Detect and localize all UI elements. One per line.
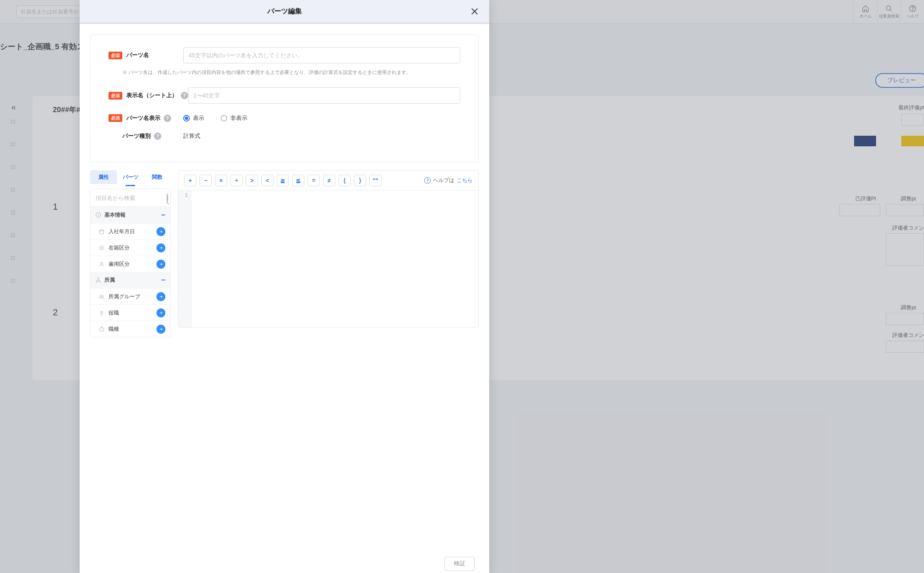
list-item: 雇用区分 — [91, 256, 170, 272]
radio-hide-label: 非表示 — [230, 115, 247, 122]
help-prefix: ヘルプは — [433, 177, 454, 184]
tab-func[interactable]: 関数 — [144, 170, 171, 184]
org-icon — [95, 277, 101, 283]
insert-button[interactable] — [156, 243, 165, 252]
jobtype-icon — [99, 326, 104, 332]
radio-show[interactable]: 表示 — [183, 115, 204, 122]
op-rparen[interactable]: ) — [354, 175, 366, 186]
status-icon — [99, 245, 104, 251]
svg-point-8 — [98, 278, 99, 279]
verify-button[interactable]: 検証 — [445, 557, 475, 571]
editor-toolbar: + − × ÷ > < ≧ ≦ = ≠ ( ) "" — [178, 171, 478, 191]
line-gutter: 1 — [178, 191, 191, 328]
side-tabs: 属性 パーツ 関数 — [90, 170, 171, 184]
svg-point-7 — [101, 262, 103, 264]
item-label: 所属グループ — [108, 293, 140, 300]
group-basic-label: 基本情報 — [104, 211, 126, 219]
item-label: 雇用区分 — [108, 260, 130, 268]
svg-point-12 — [102, 295, 103, 297]
radio-icon — [221, 115, 227, 122]
op-mult[interactable]: × — [215, 175, 227, 186]
op-quote[interactable]: "" — [369, 175, 382, 186]
kind-value: 計算式 — [183, 132, 200, 140]
form-card: 必須 パーツ名 ※ パーツ名は、作成したパーツ内の項目内容を他の場所で参照する上… — [90, 35, 479, 162]
tab-attr[interactable]: 属性 — [90, 170, 117, 184]
arrow-right-icon — [159, 327, 163, 331]
radio-icon — [183, 115, 190, 122]
arrow-right-icon — [159, 262, 163, 266]
insert-button[interactable] — [156, 227, 165, 236]
op-plus[interactable]: + — [184, 175, 196, 186]
input-part-name[interactable] — [183, 47, 460, 63]
list-item: 所属グループ — [91, 288, 170, 304]
group-icon — [99, 294, 104, 300]
op-gt[interactable]: > — [246, 175, 258, 186]
help-icon[interactable]: ? — [154, 132, 161, 140]
op-gte[interactable]: ≧ — [277, 175, 289, 186]
svg-point-5 — [100, 245, 104, 250]
group-header-basic[interactable]: 基本情報 − — [91, 207, 170, 223]
insert-button[interactable] — [156, 292, 165, 301]
group-org-label: 所属 — [104, 276, 115, 284]
insert-button[interactable] — [156, 260, 165, 269]
help-icon[interactable]: ? — [181, 92, 188, 99]
row-kind: パーツ種別 ? 計算式 — [108, 132, 460, 140]
label-show-name-text: パーツ名表示 — [126, 115, 161, 122]
label-display-name-text: 表示名（シート上） — [126, 92, 178, 99]
op-neq[interactable]: ≠ — [323, 175, 335, 186]
arrow-right-icon — [159, 246, 163, 250]
help-link: ? ヘルプはこちら — [424, 177, 473, 184]
group-header-org[interactable]: 所属 − — [91, 272, 170, 288]
tab-parts[interactable]: パーツ — [117, 170, 144, 184]
label-part-name: パーツ名 — [126, 52, 183, 59]
modal-body: 必須 パーツ名 ※ パーツ名は、作成したパーツ内の項目内容を他の場所で参照する上… — [80, 24, 489, 573]
collapse-icon[interactable]: − — [161, 211, 165, 219]
list-item: 役職 — [91, 304, 170, 321]
close-icon[interactable] — [470, 7, 479, 16]
svg-rect-4 — [100, 230, 104, 233]
person-icon — [99, 261, 104, 267]
position-icon — [99, 310, 104, 316]
op-eq[interactable]: = — [308, 175, 320, 186]
search-icon[interactable] — [167, 193, 168, 202]
help-icon: ? — [424, 177, 431, 184]
radio-hide[interactable]: 非表示 — [221, 115, 247, 122]
formula-editor: + − × ÷ > < ≧ ≦ = ≠ ( ) "" — [178, 170, 479, 328]
row-display-name: 必須 表示名（シート上） ? — [108, 87, 460, 104]
label-display-name: 表示名（シート上） ? — [126, 92, 188, 99]
op-lparen[interactable]: ( — [338, 175, 351, 186]
side-panel-wrap: 属性 パーツ 関数 基本情報 − — [90, 170, 171, 337]
op-lt[interactable]: < — [261, 175, 273, 186]
radio-show-label: 表示 — [193, 115, 204, 122]
op-lte[interactable]: ≦ — [292, 175, 304, 186]
item-label: 入社年月日 — [108, 228, 135, 235]
code-area[interactable]: 1 — [178, 191, 478, 328]
help-link-anchor[interactable]: こちら — [457, 177, 473, 184]
arrow-right-icon — [159, 295, 163, 299]
arrow-right-icon — [159, 230, 163, 234]
parts-edit-modal: パーツ編集 必須 パーツ名 ※ パーツ名は、作成したパーツ内の項目内容を他の場所… — [80, 0, 489, 573]
op-div[interactable]: ÷ — [230, 175, 243, 186]
svg-point-11 — [100, 295, 102, 297]
info-icon — [95, 212, 101, 218]
required-badge: 必須 — [108, 52, 122, 59]
modal-header: パーツ編集 — [80, 0, 489, 23]
svg-rect-14 — [100, 328, 103, 331]
collapse-icon[interactable]: − — [161, 276, 165, 284]
row-part-name: 必須 パーツ名 — [108, 47, 460, 63]
svg-point-13 — [101, 311, 103, 313]
help-icon[interactable]: ? — [164, 115, 171, 122]
arrow-right-icon — [159, 311, 163, 315]
side-search-input[interactable] — [95, 195, 167, 201]
insert-button[interactable] — [156, 325, 165, 334]
op-minus[interactable]: − — [200, 175, 212, 186]
input-display-name[interactable] — [188, 87, 460, 104]
calendar-icon — [99, 229, 104, 234]
svg-point-6 — [101, 247, 102, 249]
code-content[interactable] — [191, 191, 478, 328]
label-kind: パーツ種別 ? — [122, 132, 179, 140]
insert-button[interactable] — [156, 308, 165, 317]
tab-underline — [126, 185, 135, 186]
list-item: 職種 — [91, 321, 170, 337]
required-badge: 必須 — [108, 114, 122, 122]
